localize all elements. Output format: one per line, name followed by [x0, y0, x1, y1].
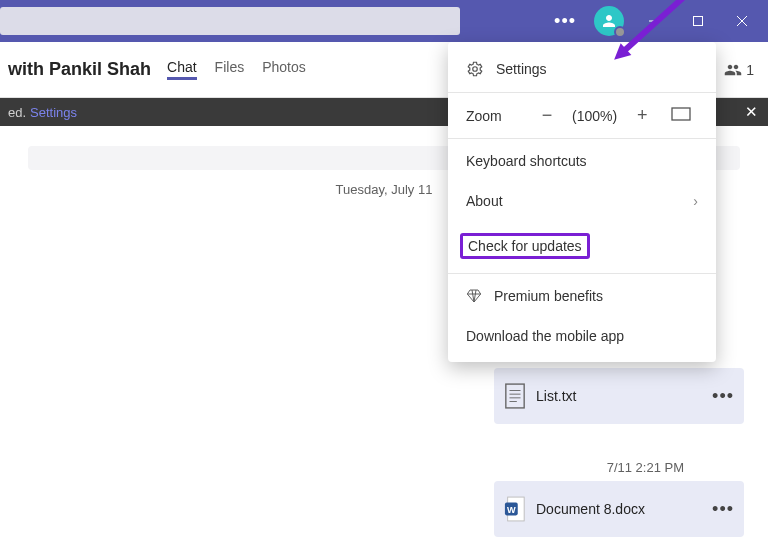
maximize-button[interactable] — [676, 0, 720, 42]
word-file-icon: W — [504, 495, 526, 523]
chevron-right-icon: › — [693, 193, 698, 209]
about-item[interactable]: About› — [448, 181, 716, 221]
message-more-button[interactable]: ••• — [712, 499, 734, 520]
settings-item[interactable]: Settings — [448, 48, 716, 90]
banner-text: ed. — [8, 105, 26, 120]
banner-close-icon[interactable]: ✕ — [745, 103, 758, 121]
fullscreen-button[interactable] — [671, 107, 691, 124]
check-updates-item[interactable]: Check for updates — [448, 221, 716, 271]
keyboard-shortcuts-item[interactable]: Keyboard shortcuts — [448, 141, 716, 181]
close-button[interactable] — [720, 0, 764, 42]
participants-button[interactable]: 1 — [724, 61, 754, 79]
tab-photos[interactable]: Photos — [262, 59, 306, 80]
zoom-out-button[interactable]: − — [534, 105, 560, 126]
file-message[interactable]: List.txt ••• — [494, 368, 744, 424]
file-name: Document 8.docx — [536, 501, 645, 517]
zoom-label: Zoom — [466, 108, 526, 124]
file-name: List.txt — [536, 388, 576, 404]
participant-count: 1 — [746, 62, 754, 78]
svg-point-13 — [473, 67, 478, 72]
svg-rect-14 — [672, 108, 690, 120]
chat-title: with Pankil Shah — [8, 59, 151, 80]
search-input[interactable] — [0, 7, 460, 35]
svg-text:W: W — [507, 505, 516, 515]
tab-chat[interactable]: Chat — [167, 59, 197, 80]
banner-settings-link[interactable]: Settings — [30, 105, 77, 120]
presence-badge — [614, 26, 626, 38]
gear-icon — [466, 60, 484, 78]
mobile-app-item[interactable]: Download the mobile app — [448, 316, 716, 356]
zoom-row: Zoom − (100%) + — [448, 95, 716, 136]
zoom-in-button[interactable]: + — [629, 105, 655, 126]
user-avatar[interactable] — [594, 6, 624, 36]
svg-rect-1 — [694, 17, 703, 26]
file-message[interactable]: W Document 8.docx ••• — [494, 481, 744, 537]
zoom-value: (100%) — [568, 108, 621, 124]
diamond-icon — [466, 288, 482, 304]
svg-rect-4 — [506, 384, 524, 408]
text-file-icon — [504, 382, 526, 410]
premium-item[interactable]: Premium benefits — [448, 276, 716, 316]
settings-dropdown: Settings Zoom − (100%) + Keyboard shortc… — [448, 42, 716, 362]
message-more-button[interactable]: ••• — [712, 386, 734, 407]
tab-files[interactable]: Files — [215, 59, 245, 80]
settings-label: Settings — [496, 61, 547, 77]
message-time: 7/11 2:21 PM — [24, 460, 744, 475]
more-menu-button[interactable]: ••• — [544, 11, 586, 32]
